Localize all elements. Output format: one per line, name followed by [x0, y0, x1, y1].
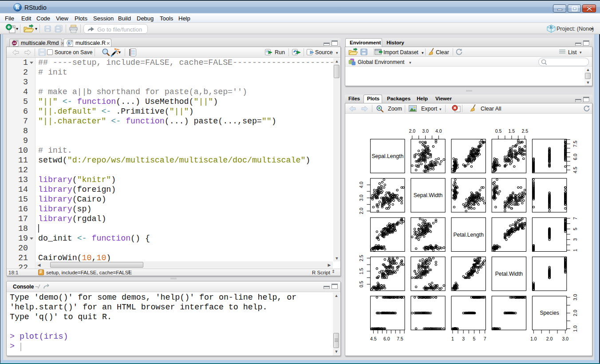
svg-text:1.5: 1.5	[359, 268, 364, 274]
svg-text:1.0: 1.0	[530, 336, 537, 341]
svg-text:3: 3	[572, 238, 578, 241]
svg-text:2.0: 2.0	[359, 208, 364, 214]
svg-text:1: 1	[451, 336, 454, 341]
svg-text:3: 3	[462, 336, 465, 341]
svg-text:0.5: 0.5	[359, 281, 364, 288]
svg-text:4.0: 4.0	[359, 182, 364, 188]
svg-text:2.5: 2.5	[359, 255, 364, 261]
svg-text:Sepal.Width: Sepal.Width	[414, 192, 443, 198]
svg-text:5: 5	[473, 336, 476, 341]
svg-text:3.0: 3.0	[422, 128, 429, 134]
svg-text:3.0: 3.0	[562, 336, 569, 341]
svg-text:7.5: 7.5	[397, 336, 403, 341]
svg-text:md: md	[12, 42, 16, 44]
svg-text:7: 7	[484, 336, 486, 341]
svg-text:4.0: 4.0	[435, 128, 442, 134]
svg-text:0.5: 0.5	[495, 128, 502, 134]
svg-text:2.0: 2.0	[409, 128, 415, 134]
svg-text:Species: Species	[540, 310, 559, 316]
svg-text:1.5: 1.5	[509, 128, 515, 134]
svg-text:3.0: 3.0	[572, 294, 578, 301]
svg-text:3.0: 3.0	[359, 194, 364, 201]
svg-text:R: R	[16, 5, 20, 10]
svg-text:4.5: 4.5	[370, 336, 377, 341]
svg-text:Petal.Width: Petal.Width	[495, 271, 523, 277]
svg-text:2.0: 2.0	[546, 336, 553, 341]
svg-text:7.5: 7.5	[572, 141, 578, 147]
svg-text:R: R	[68, 41, 71, 45]
svg-text:6.0: 6.0	[383, 336, 390, 341]
svg-text:1: 1	[572, 249, 578, 252]
svg-text:7: 7	[572, 217, 578, 220]
svg-text:Petal.Length: Petal.Length	[453, 232, 483, 238]
svg-text:1.0: 1.0	[572, 325, 578, 332]
svg-text:R: R	[550, 25, 553, 29]
svg-text:2.5: 2.5	[521, 128, 528, 134]
svg-text:5: 5	[572, 228, 578, 230]
svg-text:2.0: 2.0	[572, 310, 578, 317]
svg-text:Sepal.Length: Sepal.Length	[371, 153, 403, 159]
svg-text:4.5: 4.5	[572, 166, 578, 173]
svg-text:6.0: 6.0	[572, 154, 578, 160]
